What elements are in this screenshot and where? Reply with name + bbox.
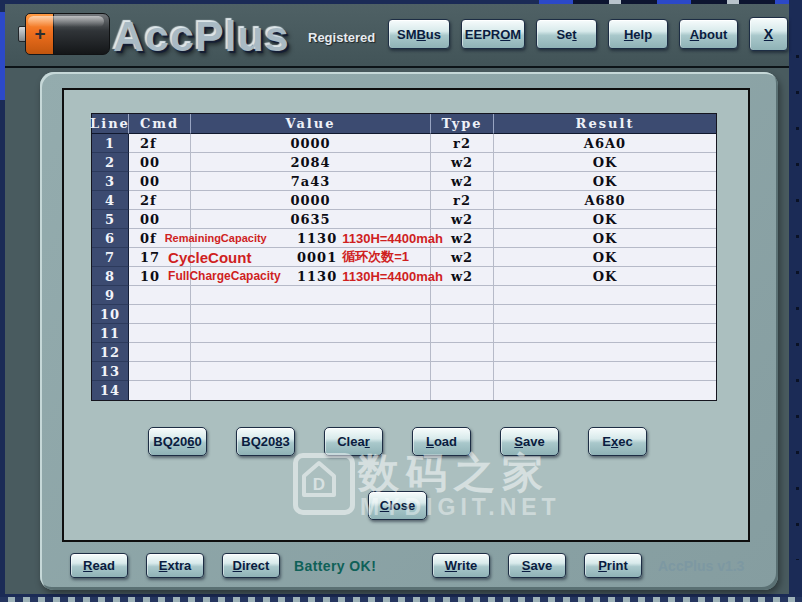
button-label: ave bbox=[523, 434, 545, 449]
cell-result: OK bbox=[494, 267, 716, 286]
cell-cmd bbox=[129, 343, 191, 362]
direct-button[interactable]: Direct bbox=[222, 553, 280, 578]
set-button[interactable]: Set bbox=[536, 19, 597, 49]
cmd-annotation: FullChargeCapacity bbox=[168, 269, 281, 283]
button-label: M bbox=[510, 27, 521, 42]
cell-result bbox=[494, 305, 716, 324]
print-button[interactable]: Print bbox=[584, 553, 642, 578]
button-label: BQ20 bbox=[153, 434, 187, 449]
cell-value bbox=[191, 324, 431, 343]
cell-cmd bbox=[129, 286, 191, 305]
table-row-7[interactable]: 717CycleCount0001循环次数=1w2OK bbox=[92, 248, 716, 267]
button-label: BQ20 bbox=[241, 434, 275, 449]
command-table: LineCmdValueTypeResult12f0000r2A6A020020… bbox=[91, 113, 717, 401]
cell-cmd: 00 bbox=[129, 172, 191, 191]
button-label: EEPR bbox=[465, 27, 500, 42]
battery-gloss bbox=[28, 16, 104, 27]
cell-value bbox=[191, 362, 431, 381]
button-label: A bbox=[690, 27, 699, 42]
table-row-11[interactable]: 11 bbox=[92, 324, 716, 343]
button-label: ec bbox=[618, 434, 632, 449]
table-row-5[interactable]: 5000635w2OK bbox=[92, 210, 716, 229]
column-header-line: Line bbox=[92, 114, 129, 134]
exec-button[interactable]: Exec bbox=[588, 427, 647, 456]
watermark-logo-letter: D bbox=[313, 475, 325, 494]
cell-cmd: 0fRemainingCapacity bbox=[129, 229, 191, 248]
cell-result: OK bbox=[494, 153, 716, 172]
cell-type bbox=[431, 381, 494, 400]
titlebar-buttons: SMBusEEPROMSetHelpAboutX bbox=[388, 19, 788, 51]
accplus-window: + AccPlus Registered SMBusEEPROMSetHelpA… bbox=[0, 0, 802, 602]
cell-line: 12 bbox=[92, 343, 129, 362]
bq2060-button[interactable]: BQ2060 bbox=[148, 427, 207, 456]
cell-result: A680 bbox=[494, 191, 716, 210]
cell-type bbox=[431, 362, 494, 381]
close-button[interactable]: Close bbox=[368, 491, 427, 520]
bq2083-button[interactable]: BQ2083 bbox=[236, 427, 295, 456]
table-row-2[interactable]: 2002084w2OK bbox=[92, 153, 716, 172]
button-label: 8 bbox=[275, 434, 282, 449]
battery-icon: + bbox=[18, 13, 108, 53]
save-button[interactable]: Save bbox=[500, 427, 559, 456]
load-button[interactable]: Load bbox=[412, 427, 471, 456]
cell-cmd: 2f bbox=[129, 191, 191, 210]
cell-line: 11 bbox=[92, 324, 129, 343]
cell-result: OK bbox=[494, 172, 716, 191]
eeprom-button[interactable]: EEPROM bbox=[461, 19, 525, 49]
cell-line: 3 bbox=[92, 172, 129, 191]
cell-type bbox=[431, 305, 494, 324]
cell-type: w2 bbox=[431, 153, 494, 172]
read-button[interactable]: Read bbox=[70, 553, 128, 578]
button-label: 0 bbox=[194, 434, 201, 449]
button-label: x bbox=[611, 434, 618, 449]
table-row-9[interactable]: 9 bbox=[92, 286, 716, 305]
clear-button[interactable]: Clear bbox=[324, 427, 383, 456]
button-label: bout bbox=[699, 27, 727, 42]
write-button[interactable]: Write bbox=[432, 553, 490, 578]
cell-cmd: 10FullChargeCapacity bbox=[129, 267, 191, 286]
cell-cmd: 2f bbox=[129, 134, 191, 153]
help-button[interactable]: Help bbox=[608, 19, 668, 49]
button-label: lose bbox=[389, 498, 415, 513]
cell-result: OK bbox=[494, 248, 716, 267]
cell-line: 10 bbox=[92, 305, 129, 324]
table-row-12[interactable]: 12 bbox=[92, 343, 716, 362]
cell-line: 8 bbox=[92, 267, 129, 286]
selection-dashes-artifact bbox=[0, 597, 802, 602]
cell-result bbox=[494, 362, 716, 381]
table-row-4[interactable]: 42f0000r2A680 bbox=[92, 191, 716, 210]
cell-result: OK bbox=[494, 210, 716, 229]
table-row-10[interactable]: 10 bbox=[92, 305, 716, 324]
button-label: O bbox=[500, 27, 510, 42]
button-label: B bbox=[416, 27, 425, 42]
table-row-13[interactable]: 13 bbox=[92, 362, 716, 381]
smbus-button[interactable]: SMBus bbox=[388, 19, 450, 49]
button-label: Se bbox=[556, 27, 572, 42]
cell-line: 1 bbox=[92, 134, 129, 153]
cell-cmd: 00 bbox=[129, 210, 191, 229]
action-buttons: BQ2060BQ2083ClearLoadSaveExec bbox=[148, 427, 647, 456]
cell-cmd bbox=[129, 305, 191, 324]
button-label: t bbox=[572, 27, 576, 42]
cmd-annotation: RemainingCapacity bbox=[165, 232, 267, 244]
button-label: X bbox=[764, 26, 773, 42]
value-annotation: 1130H=4400mah bbox=[342, 231, 443, 246]
cell-type: w2 bbox=[431, 248, 494, 267]
column-header-result: Result bbox=[494, 114, 716, 134]
cell-value: 7a43 bbox=[191, 172, 431, 191]
extra-button[interactable]: Extra bbox=[146, 553, 204, 578]
value-annotation: 循环次数=1 bbox=[342, 248, 409, 266]
table-row-8[interactable]: 810FullChargeCapacity11301130H=4400mahw2… bbox=[92, 267, 716, 286]
table-row-14[interactable]: 14 bbox=[92, 381, 716, 400]
titlebar: + AccPlus Registered SMBusEEPROMSetHelpA… bbox=[5, 4, 789, 68]
button-label: rint bbox=[607, 558, 628, 573]
cell-value bbox=[191, 343, 431, 362]
table-row-6[interactable]: 60fRemainingCapacity11301130H=4400mahw2O… bbox=[92, 229, 716, 248]
column-header-cmd: Cmd bbox=[129, 114, 191, 134]
cell-cmd bbox=[129, 324, 191, 343]
table-row-1[interactable]: 12f0000r2A6A0 bbox=[92, 134, 716, 153]
about-button[interactable]: About bbox=[679, 19, 738, 49]
close-window-button[interactable]: X bbox=[749, 17, 788, 51]
table-row-3[interactable]: 3007a43w2OK bbox=[92, 172, 716, 191]
save-file-button[interactable]: Save bbox=[508, 553, 566, 578]
